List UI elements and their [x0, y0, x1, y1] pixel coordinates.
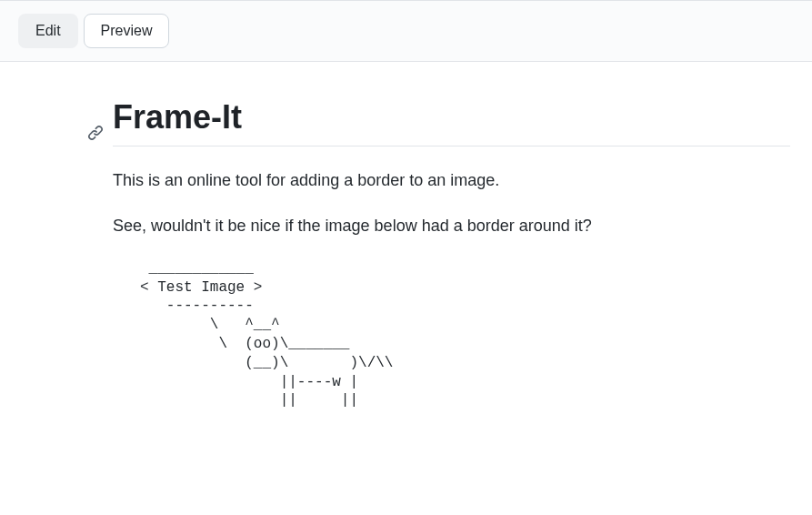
link-icon	[87, 111, 104, 127]
preview-content: Frame-It This is an online tool for addi…	[0, 62, 812, 432]
paragraph-prompt: See, wouldn't it be nice if the image be…	[113, 214, 790, 239]
tab-edit[interactable]: Edit	[18, 14, 78, 48]
ascii-art-block: ____________ < Test Image > ---------- \…	[140, 259, 790, 410]
editor-tabbar: Edit Preview	[0, 1, 812, 62]
paragraph-intro: This is an online tool for adding a bord…	[113, 168, 790, 194]
document-inner: Frame-It This is an online tool for addi…	[113, 98, 790, 410]
page-container: Edit Preview Frame-It This is an online …	[0, 0, 812, 432]
heading-text: Frame-It	[113, 98, 242, 136]
tab-preview[interactable]: Preview	[84, 14, 170, 48]
heading-frame-it: Frame-It	[113, 98, 790, 146]
